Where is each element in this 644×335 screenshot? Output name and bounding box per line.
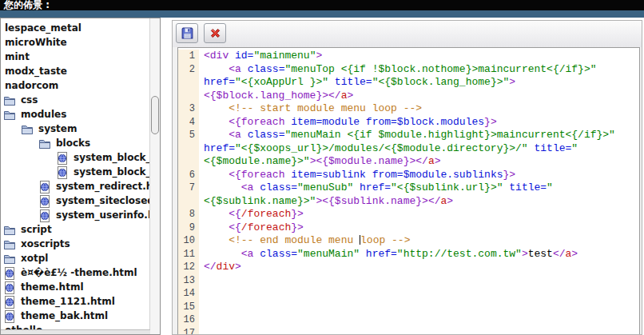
delete-button[interactable] [204,23,226,43]
tree-item-label: css [21,94,38,106]
tree-item-label: xotpl [21,253,48,264]
tree-item[interactable]: system_redirect.html [1,180,160,194]
folder-icon [3,238,16,251]
tree-row-list: lespace_metalmicroWhitemintmodx_tastenad… [1,22,160,335]
code-line-text: <{foreach item=module from=$block.module… [199,116,639,130]
tree-item[interactable]: è¤�è£½ -theme.html [1,266,160,281]
tree-item-label: microWhite [5,37,67,48]
html-file-icon [38,209,51,222]
code-line: 5 <a class="menuMain <{if $module.highli… [178,129,639,142]
tree-item[interactable]: system_block_user.html [1,166,160,180]
code-line-text: <!-- start module menu loop --> [199,102,639,116]
tree-item-label: theme_1121.html [21,296,115,307]
code-line-text: <{/foreach}> [199,221,639,235]
code-line: 13 [178,274,639,288]
code-line-text: <a class="menuMain" href="http://test.co… [199,248,639,261]
code-line: 17 [178,327,639,335]
html-file-icon [56,152,69,165]
tree-item-label: modules [21,109,66,120]
line-number: 3 [178,102,199,116]
save-button[interactable] [176,23,198,43]
code-line-text [199,274,639,288]
tree-item-label: theme_bak.html [21,310,108,321]
code-line: 16 [178,313,639,327]
tree-item[interactable]: theme.html [1,281,160,295]
code-line: 11 <a class="menuMain" href="http://test… [178,248,639,261]
line-number: 5 [178,129,199,142]
code-line: href="<{$xoops_url}>/modules/<{$module.d… [178,142,639,156]
line-number [178,155,199,169]
code-line-text [199,287,639,301]
delete-icon [209,29,222,42]
line-number: 4 [178,116,199,130]
line-number: 8 [178,208,199,221]
tree-item[interactable]: script [1,223,160,237]
line-number: 17 [178,327,199,335]
tree-item-label: script [21,224,52,235]
tree-item[interactable]: system_block_mainmenu.html [1,151,160,166]
editor-toolbar [173,21,642,47]
tree-item-label: nadorcom [5,80,58,91]
tree-item-label: è¤�è£½ -theme.html [21,267,137,278]
folder-icon [21,123,34,136]
code-line-text: <{$module.name}>"><{$module.name}></a> [199,155,639,169]
tree-item[interactable]: blocks [1,137,160,151]
tree-item[interactable]: system [1,122,160,137]
tree-item[interactable]: nadorcom [1,79,160,94]
tree-item[interactable]: lespace_metal [1,22,160,36]
tree-item[interactable]: system_siteclosed.html [1,194,160,209]
line-number [178,195,199,209]
code-line: 15 [178,301,639,314]
tree-item[interactable]: modules [1,108,160,122]
code-line-text [199,327,639,335]
code-line: 8 <{/foreach}> [178,208,639,221]
code-line-text: <{$sublink.name}>"><{$sublink.name}></a> [199,195,639,209]
line-number: 6 [178,169,199,182]
tree-item[interactable]: theme_bak.html [1,309,160,324]
tree-item-label: system_block_user.html [74,166,160,177]
tree-vertical-scrollbar[interactable] [149,18,160,334]
line-number: 16 [178,313,199,327]
code-line-text [199,301,639,314]
line-number [178,90,199,103]
tree-item[interactable]: mint [1,50,160,65]
folder-icon [3,253,16,265]
code-line: 14 [178,287,639,301]
code-editing-area[interactable]: 1<div id="mainmenu">2 <a class="menuTop … [177,47,640,334]
code-line-text: <a class="menuTop <{if !$block.nothome}>… [199,63,639,77]
code-line: 2 <a class="menuTop <{if !$block.nothome… [178,63,639,77]
html-file-icon [3,281,16,294]
code-line-text: <a class="menuSub" href="<{$sublink.url}… [199,181,639,195]
tree-item[interactable]: css [1,94,160,108]
code-line: 9 <{/foreach}> [178,221,639,235]
line-number: 12 [178,261,199,274]
code-line-text: <{$block.lang_home}></a> [199,90,639,103]
code-line: 12</div> [178,261,639,274]
code-line-text: <{foreach item=sublink from=$module.subl… [199,169,639,182]
folder-icon [38,138,51,150]
tree-item-label: lespace_metal [5,22,81,34]
tree-scrollbar-thumb[interactable] [151,96,159,134]
tree-item[interactable]: theme_1121.html [1,295,160,309]
code-line-text: <!-- end module menu loop --> [199,234,639,248]
tree-item[interactable]: modx_taste [1,65,160,79]
tree-horizontal-scrollbar[interactable] [1,329,150,334]
save-icon [181,29,194,42]
line-number: 15 [178,301,199,314]
line-number [178,76,199,90]
tree-item-label: system_userinfo.html [56,209,160,221]
code-line-text: href="<{xoAppUrl }>" title="<{$block.lan… [199,76,639,90]
folder-icon [3,94,16,107]
code-line-text [199,313,639,327]
tree-item[interactable]: xoscripts [1,237,160,252]
tree-item-label: system_redirect.html [56,181,160,192]
code-line-text: <a class="menuMain <{if $module.highligh… [199,129,639,142]
tree-item[interactable]: microWhite [1,36,160,50]
tree-item[interactable]: system_userinfo.html [1,209,160,223]
tree-item-label: theme.html [21,281,84,293]
html-file-icon [56,166,69,179]
tree-item[interactable]: xotpl [1,252,160,266]
tree-item-label: modx_taste [5,66,67,77]
page-title: 您的佈景 : [0,0,644,10]
code-line: <{$module.name}>"><{$module.name}></a> [178,155,639,169]
